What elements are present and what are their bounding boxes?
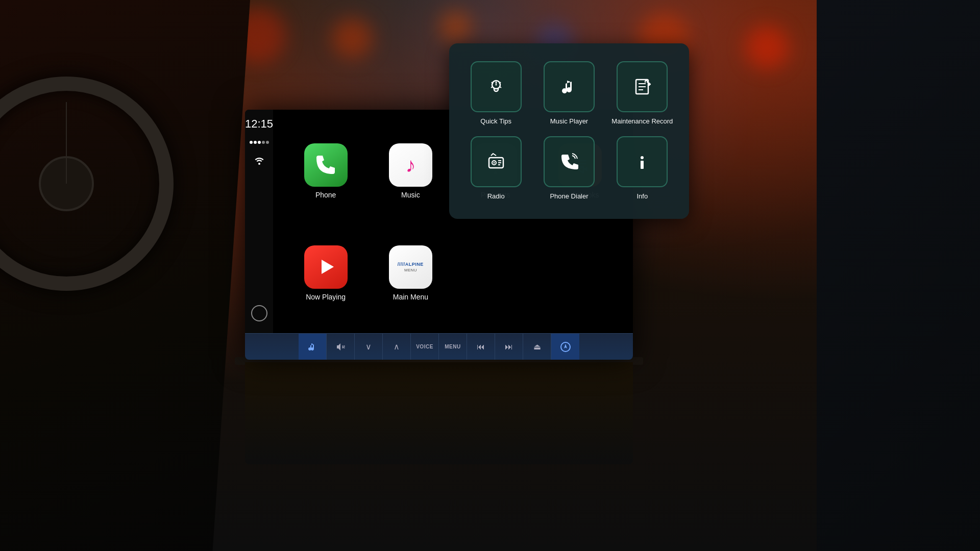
eject-ctrl-btn[interactable]: ⏏: [523, 334, 551, 360]
home-button[interactable]: [251, 305, 267, 321]
menu-item-music-player[interactable]: Music Player: [537, 61, 600, 126]
music-icon: ♪: [389, 143, 432, 187]
radio-label: Radio: [487, 192, 505, 201]
nowplaying-icon: [304, 245, 348, 289]
phone-dialer-label: Phone Dialer: [550, 192, 588, 201]
down-ctrl-btn[interactable]: ∨: [355, 334, 383, 360]
radio-icon-wrap: [471, 136, 522, 187]
menu-item-radio[interactable]: Radio: [464, 136, 527, 201]
music-player-icon-wrap: [544, 61, 595, 112]
menu-label: MENU: [445, 344, 460, 349]
phone-icon: [304, 143, 348, 187]
svg-rect-30: [641, 161, 644, 169]
quick-tips-icon-wrap: [471, 61, 522, 112]
right-panel: [817, 0, 980, 551]
svg-line-12: [491, 87, 493, 88]
menu-item-quick-tips[interactable]: Quick Tips: [464, 61, 527, 126]
bokeh-8: [745, 26, 789, 69]
music-ctrl-btn[interactable]: [299, 334, 327, 360]
svg-marker-6: [564, 344, 567, 348]
nowplaying-label: Now Playing: [306, 293, 346, 301]
menu-item-phone-dialer[interactable]: Phone Dialer: [537, 136, 600, 201]
svg-point-25: [493, 162, 495, 163]
app-music[interactable]: ♪ Music: [389, 143, 432, 199]
time-display: 12:15: [245, 117, 273, 131]
bokeh-4: [332, 18, 373, 59]
maintenance-icon-wrap: [617, 61, 668, 112]
mainmenu-label: Main Menu: [393, 293, 428, 301]
quick-tips-label: Quick Tips: [480, 117, 511, 126]
bottom-panel: [245, 362, 633, 464]
voice-label: VOICE: [416, 344, 433, 349]
info-icon-wrap: [617, 136, 668, 187]
app-phone[interactable]: Phone: [304, 143, 348, 199]
music-player-label: Music Player: [550, 117, 588, 126]
svg-point-29: [641, 156, 644, 159]
menu-ctrl-btn[interactable]: MENU: [439, 334, 467, 360]
music-label: Music: [401, 191, 420, 199]
app-mainmenu[interactable]: /////ALPINE MENU Main Menu: [389, 245, 432, 301]
control-bar: ∨ ∧ VOICE MENU ⏮ ⏭ ⏏: [245, 333, 633, 360]
phone-dialer-icon-wrap: [544, 136, 595, 187]
up-ctrl-btn[interactable]: ∧: [383, 334, 411, 360]
maintenance-label: Maintenance Record: [611, 117, 673, 126]
voice-ctrl-btn[interactable]: VOICE: [411, 334, 439, 360]
next-ctrl-btn[interactable]: ⏭: [495, 334, 523, 360]
info-label: Info: [636, 192, 648, 201]
menu-item-maintenance[interactable]: Maintenance Record: [611, 61, 674, 126]
svg-marker-4: [322, 260, 334, 274]
app-nowplaying[interactable]: Now Playing: [304, 245, 348, 301]
svg-point-9: [495, 84, 497, 86]
popup-app-menu: Quick Tips Music Player Maintenanc: [449, 43, 689, 219]
mainmenu-icon: /////ALPINE MENU: [389, 245, 432, 289]
prev-ctrl-btn[interactable]: ⏮: [467, 334, 495, 360]
phone-label: Phone: [315, 191, 336, 199]
bokeh-5: [439, 10, 472, 43]
menu-item-info[interactable]: Info: [611, 136, 674, 201]
wifi-icon: [253, 156, 265, 167]
signal-dots: [250, 141, 269, 144]
svg-line-13: [500, 87, 501, 88]
mute-ctrl-btn[interactable]: [327, 334, 355, 360]
nav-ctrl-btn[interactable]: [551, 334, 579, 360]
screen-sidebar: 12:15: [245, 110, 273, 334]
